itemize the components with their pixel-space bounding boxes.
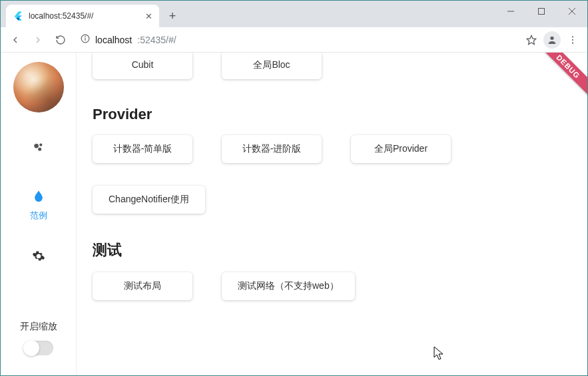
card-row: 测试布局 测试网络（不支持web） <box>93 272 571 300</box>
tab-title: localhost:52435/#/ <box>29 11 140 21</box>
back-button[interactable] <box>6 31 25 49</box>
card-test-layout[interactable]: 测试布局 <box>93 272 192 300</box>
card-cubit[interactable]: Cubit <box>93 53 192 79</box>
sidebar-item-bubbles[interactable] <box>32 140 45 161</box>
window-controls <box>495 1 587 22</box>
minimize-button[interactable] <box>495 1 526 22</box>
close-tab-icon[interactable]: ✕ <box>145 11 152 21</box>
address-bar: localhost:52435/#/ <box>1 27 587 53</box>
card-global-provider[interactable]: 全局Provider <box>351 135 451 163</box>
card-counter-simple[interactable]: 计数器-简单版 <box>93 135 192 163</box>
user-avatar[interactable] <box>13 62 64 112</box>
url-path: :52435/#/ <box>137 35 176 45</box>
section-title-test: 测试 <box>93 240 571 260</box>
svg-point-14 <box>572 42 573 43</box>
card-global-bloc[interactable]: 全局Bloc <box>222 53 322 79</box>
svg-point-12 <box>572 36 573 37</box>
svg-point-15 <box>34 144 39 148</box>
bookmark-star-icon[interactable] <box>522 31 541 49</box>
url-host: localhost <box>95 35 132 45</box>
sidebar-item-examples[interactable]: 范例 <box>30 189 47 222</box>
maximize-button[interactable] <box>526 1 557 22</box>
svg-marker-10 <box>527 35 535 44</box>
svg-point-16 <box>39 144 42 146</box>
browser-tab[interactable]: localhost:52435/#/ ✕ <box>6 5 159 27</box>
chrome-menu-icon[interactable] <box>563 31 582 49</box>
bubbles-icon <box>32 140 45 157</box>
drop-icon <box>32 189 45 206</box>
zoom-toggle-label: 开启缩放 <box>20 321 57 333</box>
sidebar: 范例 开启缩放 <box>1 53 77 375</box>
new-tab-button[interactable]: + <box>163 7 182 25</box>
card-test-network[interactable]: 测试网络（不支持web） <box>222 272 355 300</box>
svg-point-13 <box>572 39 573 40</box>
card-row: 计数器-简单版 计数器-进阶版 全局Provider <box>93 135 571 163</box>
app-body: 范例 开启缩放 DEBUG Cubit 全局Bloc Provider 计数器-… <box>1 53 587 375</box>
toggle-thumb <box>23 340 39 356</box>
svg-point-17 <box>38 148 41 151</box>
forward-button[interactable] <box>29 31 47 49</box>
svg-point-9 <box>85 37 86 37</box>
content-area: DEBUG Cubit 全局Bloc Provider 计数器-简单版 计数器-… <box>77 53 587 375</box>
gear-icon <box>32 250 45 266</box>
sidebar-item-settings[interactable] <box>32 250 45 270</box>
zoom-toggle[interactable] <box>24 341 53 355</box>
card-change-notifier[interactable]: ChangeNotifier使用 <box>93 186 205 214</box>
card-row: ChangeNotifier使用 <box>93 186 571 214</box>
svg-point-11 <box>550 36 553 39</box>
site-info-icon[interactable] <box>81 34 90 45</box>
url-field[interactable]: localhost:52435/#/ <box>74 31 514 49</box>
card-row: Cubit 全局Bloc <box>93 53 571 79</box>
profile-avatar-icon[interactable] <box>543 31 561 49</box>
card-counter-advanced[interactable]: 计数器-进阶版 <box>222 135 322 163</box>
reload-button[interactable] <box>51 31 70 49</box>
sidebar-item-label: 范例 <box>30 210 47 222</box>
svg-rect-1 <box>539 9 545 15</box>
section-title-provider: Provider <box>93 106 571 123</box>
close-window-button[interactable] <box>557 1 587 22</box>
flutter-icon <box>13 11 23 21</box>
